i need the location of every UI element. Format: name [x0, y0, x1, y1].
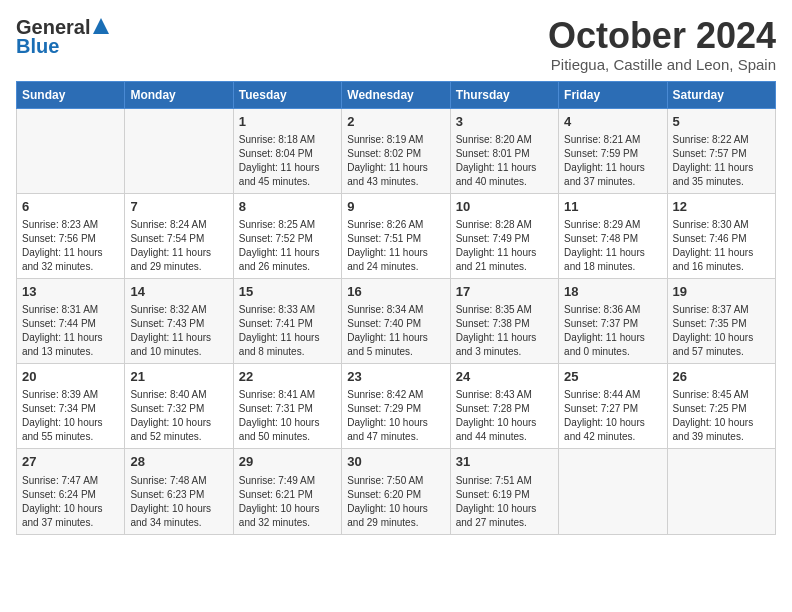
cell-text: Daylight: 11 hours and 29 minutes. — [130, 246, 227, 274]
calendar-table: SundayMondayTuesdayWednesdayThursdayFrid… — [16, 81, 776, 535]
cell-text: Sunrise: 8:41 AM — [239, 388, 336, 402]
calendar-cell — [559, 449, 667, 534]
calendar-cell: 3Sunrise: 8:20 AMSunset: 8:01 PMDaylight… — [450, 108, 558, 193]
cell-text: Sunrise: 8:40 AM — [130, 388, 227, 402]
cell-text: Sunset: 6:23 PM — [130, 488, 227, 502]
cell-text: Sunset: 7:25 PM — [673, 402, 770, 416]
day-number: 7 — [130, 198, 227, 216]
col-header-friday: Friday — [559, 81, 667, 108]
calendar-cell: 22Sunrise: 8:41 AMSunset: 7:31 PMDayligh… — [233, 364, 341, 449]
calendar-cell: 18Sunrise: 8:36 AMSunset: 7:37 PMDayligh… — [559, 278, 667, 363]
day-number: 29 — [239, 453, 336, 471]
day-number: 1 — [239, 113, 336, 131]
cell-text: Sunset: 7:31 PM — [239, 402, 336, 416]
calendar-cell: 4Sunrise: 8:21 AMSunset: 7:59 PMDaylight… — [559, 108, 667, 193]
cell-text: Sunrise: 8:19 AM — [347, 133, 444, 147]
day-number: 21 — [130, 368, 227, 386]
cell-text: Sunrise: 8:34 AM — [347, 303, 444, 317]
calendar-cell — [17, 108, 125, 193]
week-row-2: 6Sunrise: 8:23 AMSunset: 7:56 PMDaylight… — [17, 193, 776, 278]
day-number: 16 — [347, 283, 444, 301]
calendar-cell: 28Sunrise: 7:48 AMSunset: 6:23 PMDayligh… — [125, 449, 233, 534]
cell-text: Daylight: 11 hours and 5 minutes. — [347, 331, 444, 359]
day-number: 23 — [347, 368, 444, 386]
week-row-5: 27Sunrise: 7:47 AMSunset: 6:24 PMDayligh… — [17, 449, 776, 534]
cell-text: Sunrise: 8:30 AM — [673, 218, 770, 232]
calendar-cell: 25Sunrise: 8:44 AMSunset: 7:27 PMDayligh… — [559, 364, 667, 449]
cell-text: Sunrise: 7:50 AM — [347, 474, 444, 488]
cell-text: Sunrise: 8:42 AM — [347, 388, 444, 402]
cell-text: Daylight: 10 hours and 37 minutes. — [22, 502, 119, 530]
cell-text: Sunset: 6:20 PM — [347, 488, 444, 502]
cell-text: Daylight: 11 hours and 37 minutes. — [564, 161, 661, 189]
cell-text: Daylight: 10 hours and 27 minutes. — [456, 502, 553, 530]
cell-text: Sunrise: 8:36 AM — [564, 303, 661, 317]
cell-text: Sunrise: 8:24 AM — [130, 218, 227, 232]
calendar-cell: 15Sunrise: 8:33 AMSunset: 7:41 PMDayligh… — [233, 278, 341, 363]
cell-text: Sunrise: 8:21 AM — [564, 133, 661, 147]
cell-text: Daylight: 11 hours and 8 minutes. — [239, 331, 336, 359]
calendar-cell: 20Sunrise: 8:39 AMSunset: 7:34 PMDayligh… — [17, 364, 125, 449]
calendar-cell: 19Sunrise: 8:37 AMSunset: 7:35 PMDayligh… — [667, 278, 775, 363]
cell-text: Daylight: 11 hours and 3 minutes. — [456, 331, 553, 359]
day-number: 13 — [22, 283, 119, 301]
calendar-cell: 8Sunrise: 8:25 AMSunset: 7:52 PMDaylight… — [233, 193, 341, 278]
col-header-monday: Monday — [125, 81, 233, 108]
cell-text: Sunrise: 8:33 AM — [239, 303, 336, 317]
cell-text: Sunrise: 8:18 AM — [239, 133, 336, 147]
day-number: 28 — [130, 453, 227, 471]
calendar-cell: 10Sunrise: 8:28 AMSunset: 7:49 PMDayligh… — [450, 193, 558, 278]
cell-text: Sunset: 7:35 PM — [673, 317, 770, 331]
calendar-cell: 27Sunrise: 7:47 AMSunset: 6:24 PMDayligh… — [17, 449, 125, 534]
cell-text: Daylight: 11 hours and 0 minutes. — [564, 331, 661, 359]
calendar-cell: 30Sunrise: 7:50 AMSunset: 6:20 PMDayligh… — [342, 449, 450, 534]
day-number: 14 — [130, 283, 227, 301]
cell-text: Sunset: 7:27 PM — [564, 402, 661, 416]
cell-text: Sunset: 7:44 PM — [22, 317, 119, 331]
cell-text: Sunset: 7:34 PM — [22, 402, 119, 416]
cell-text: Sunrise: 8:35 AM — [456, 303, 553, 317]
calendar-cell: 26Sunrise: 8:45 AMSunset: 7:25 PMDayligh… — [667, 364, 775, 449]
cell-text: Sunrise: 8:37 AM — [673, 303, 770, 317]
cell-text: Daylight: 10 hours and 44 minutes. — [456, 416, 553, 444]
cell-text: Daylight: 11 hours and 16 minutes. — [673, 246, 770, 274]
day-number: 25 — [564, 368, 661, 386]
day-number: 27 — [22, 453, 119, 471]
day-number: 30 — [347, 453, 444, 471]
cell-text: Daylight: 11 hours and 26 minutes. — [239, 246, 336, 274]
cell-text: Daylight: 11 hours and 35 minutes. — [673, 161, 770, 189]
calendar-cell: 1Sunrise: 8:18 AMSunset: 8:04 PMDaylight… — [233, 108, 341, 193]
cell-text: Sunset: 7:54 PM — [130, 232, 227, 246]
day-number: 17 — [456, 283, 553, 301]
day-number: 5 — [673, 113, 770, 131]
day-number: 8 — [239, 198, 336, 216]
title-area: October 2024 Pitiegua, Castille and Leon… — [548, 16, 776, 73]
cell-text: Sunset: 7:40 PM — [347, 317, 444, 331]
calendar-cell: 14Sunrise: 8:32 AMSunset: 7:43 PMDayligh… — [125, 278, 233, 363]
cell-text: Sunset: 8:01 PM — [456, 147, 553, 161]
cell-text: Sunset: 7:32 PM — [130, 402, 227, 416]
day-number: 9 — [347, 198, 444, 216]
calendar-cell: 9Sunrise: 8:26 AMSunset: 7:51 PMDaylight… — [342, 193, 450, 278]
day-number: 22 — [239, 368, 336, 386]
cell-text: Sunset: 7:43 PM — [130, 317, 227, 331]
cell-text: Sunset: 7:48 PM — [564, 232, 661, 246]
cell-text: Daylight: 11 hours and 40 minutes. — [456, 161, 553, 189]
cell-text: Daylight: 10 hours and 50 minutes. — [239, 416, 336, 444]
cell-text: Sunrise: 8:39 AM — [22, 388, 119, 402]
logo-icon — [92, 17, 110, 35]
week-row-4: 20Sunrise: 8:39 AMSunset: 7:34 PMDayligh… — [17, 364, 776, 449]
col-header-wednesday: Wednesday — [342, 81, 450, 108]
day-number: 4 — [564, 113, 661, 131]
calendar-cell: 17Sunrise: 8:35 AMSunset: 7:38 PMDayligh… — [450, 278, 558, 363]
cell-text: Sunset: 6:21 PM — [239, 488, 336, 502]
cell-text: Daylight: 11 hours and 32 minutes. — [22, 246, 119, 274]
cell-text: Daylight: 11 hours and 24 minutes. — [347, 246, 444, 274]
cell-text: Sunset: 7:41 PM — [239, 317, 336, 331]
cell-text: Daylight: 10 hours and 55 minutes. — [22, 416, 119, 444]
day-number: 31 — [456, 453, 553, 471]
cell-text: Sunset: 7:52 PM — [239, 232, 336, 246]
cell-text: Daylight: 11 hours and 45 minutes. — [239, 161, 336, 189]
cell-text: Daylight: 10 hours and 42 minutes. — [564, 416, 661, 444]
cell-text: Sunset: 7:57 PM — [673, 147, 770, 161]
